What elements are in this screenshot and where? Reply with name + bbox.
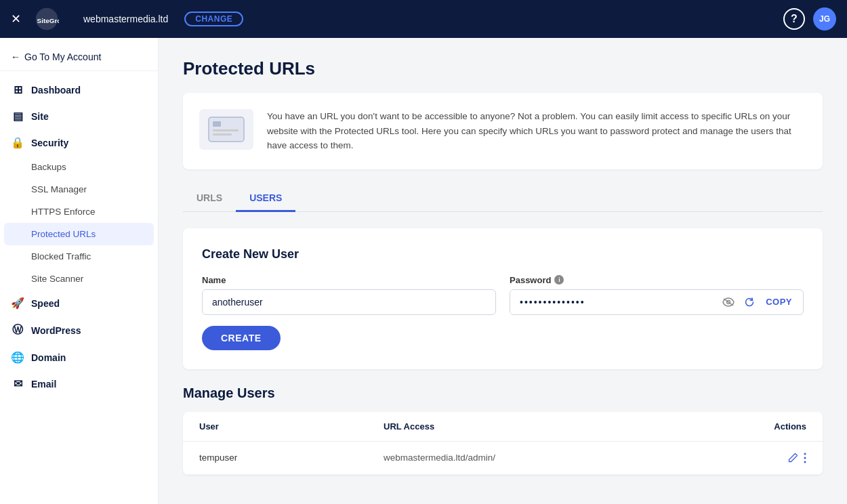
sidebar-section-main: ⊞ Dashboard ▤ Site 🔒 Security Backups SS…: [0, 71, 158, 402]
users-table: User URL Access Actions tempuser webmast…: [183, 412, 823, 475]
page-title: Protected URLs: [183, 58, 823, 79]
banner-icon: [199, 109, 253, 150]
svg-rect-3: [213, 121, 221, 127]
password-field-wrap: COPY: [510, 289, 804, 315]
top-navigation: ✕ SiteGround webmastermedia.ltd CHANGE ?…: [0, 0, 847, 38]
sidebar-label-security: Security: [31, 138, 68, 148]
row-actions: [752, 453, 806, 463]
toggle-password-button[interactable]: [718, 295, 739, 310]
password-info-icon[interactable]: i: [554, 275, 564, 285]
topnav-right: ? JG: [783, 7, 836, 30]
sidebar-label-backups: Backups: [31, 162, 66, 172]
sidebar-item-backups[interactable]: Backups: [0, 156, 158, 178]
tab-users[interactable]: USERS: [236, 186, 295, 212]
svg-rect-5: [213, 133, 232, 135]
refresh-password-button[interactable]: [740, 294, 759, 310]
info-text: You have an URL you don't want to be acc…: [267, 109, 806, 153]
table-row: tempuser webmastermedia.ltd/admin/: [183, 442, 823, 475]
site-icon: ▤: [11, 110, 24, 123]
wordpress-icon: Ⓦ: [11, 323, 24, 337]
sidebar-item-security[interactable]: 🔒 Security: [0, 129, 158, 156]
sidebar-label-domain: Domain: [31, 352, 66, 363]
sidebar-item-site-scanner[interactable]: Site Scanner: [0, 268, 158, 290]
create-button[interactable]: CREATE: [202, 326, 281, 350]
back-arrow-icon: ←: [11, 51, 20, 62]
sidebar-label-site-scanner: Site Scanner: [31, 274, 83, 284]
tab-urls[interactable]: URLS: [183, 186, 236, 212]
security-icon: 🔒: [11, 136, 24, 149]
info-banner: You have an URL you don't want to be acc…: [183, 93, 823, 169]
sidebar-item-blocked-traffic[interactable]: Blocked Traffic: [0, 245, 158, 268]
back-label: Go To My Account: [24, 51, 101, 62]
svg-point-9: [804, 457, 806, 459]
manage-users-title: Manage Users: [183, 385, 823, 401]
sidebar-label-ssl: SSL Manager: [31, 184, 87, 194]
create-user-card: Create New User Name Password i: [183, 228, 823, 369]
password-actions: COPY: [718, 294, 803, 310]
svg-text:SiteGround: SiteGround: [37, 17, 59, 24]
sidebar-item-ssl-manager[interactable]: SSL Manager: [0, 178, 158, 201]
layout: ← Go To My Account ⊞ Dashboard ▤ Site 🔒 …: [0, 38, 847, 504]
sidebar-label-wordpress: WordPress: [31, 325, 81, 336]
main-content: Protected URLs You have an URL you don't…: [159, 38, 847, 504]
sidebar-item-https-enforce[interactable]: HTTPS Enforce: [0, 201, 158, 223]
password-input[interactable]: [510, 290, 718, 314]
tab-bar: URLS USERS: [183, 186, 823, 212]
sidebar-item-speed[interactable]: 🚀 Speed: [0, 290, 158, 316]
table-header: User URL Access Actions: [183, 412, 823, 442]
col-url-access: URL Access: [384, 421, 752, 432]
sidebar-label-protected-urls: Protected URLs: [31, 229, 96, 239]
domain-icon: 🌐: [11, 351, 24, 364]
sidebar-item-dashboard[interactable]: ⊞ Dashboard: [0, 77, 158, 103]
sidebar-label-site: Site: [31, 111, 49, 122]
speed-icon: 🚀: [11, 297, 24, 310]
user-cell: tempuser: [199, 453, 384, 463]
edit-user-button[interactable]: [787, 453, 798, 463]
help-button[interactable]: ?: [783, 8, 805, 30]
copy-password-button[interactable]: COPY: [760, 294, 798, 310]
svg-point-8: [804, 453, 806, 455]
url-access-cell: webmastermedia.ltd/admin/: [384, 453, 752, 463]
sidebar-item-site[interactable]: ▤ Site: [0, 103, 158, 129]
svg-point-10: [804, 461, 806, 463]
sidebar-item-domain[interactable]: 🌐 Domain: [0, 344, 158, 371]
password-field-group: Password i: [510, 275, 804, 315]
sidebar-label-speed: Speed: [31, 298, 60, 309]
email-icon: ✉: [11, 377, 24, 390]
close-icon[interactable]: ✕: [11, 12, 21, 26]
sidebar: ← Go To My Account ⊞ Dashboard ▤ Site 🔒 …: [0, 38, 159, 504]
name-label: Name: [202, 275, 496, 285]
back-to-account[interactable]: ← Go To My Account: [0, 38, 158, 71]
svg-rect-4: [213, 129, 239, 131]
sidebar-item-wordpress[interactable]: Ⓦ WordPress: [0, 316, 158, 344]
col-actions: Actions: [752, 421, 806, 432]
sidebar-item-email[interactable]: ✉ Email: [0, 371, 158, 397]
sidebar-label-dashboard: Dashboard: [31, 85, 81, 96]
sidebar-label-email: Email: [31, 379, 56, 390]
sidebar-label-blocked-traffic: Blocked Traffic: [31, 251, 91, 261]
password-label: Password i: [510, 275, 804, 285]
name-field-group: Name: [202, 275, 496, 315]
avatar[interactable]: JG: [813, 7, 836, 30]
create-form-row: Name Password i: [202, 275, 804, 315]
site-name: webmastermedia.ltd: [83, 14, 168, 24]
sidebar-label-https: HTTPS Enforce: [31, 207, 96, 217]
dashboard-icon: ⊞: [11, 83, 24, 96]
create-card-title: Create New User: [202, 247, 804, 261]
manage-users-section: Manage Users User URL Access Actions tem…: [183, 385, 823, 475]
more-options-button[interactable]: [804, 453, 806, 463]
logo: SiteGround: [35, 7, 59, 31]
sidebar-item-protected-urls[interactable]: Protected URLs: [4, 223, 154, 245]
change-site-button[interactable]: CHANGE: [184, 12, 243, 26]
name-input[interactable]: [202, 289, 496, 315]
col-user: User: [199, 421, 384, 432]
